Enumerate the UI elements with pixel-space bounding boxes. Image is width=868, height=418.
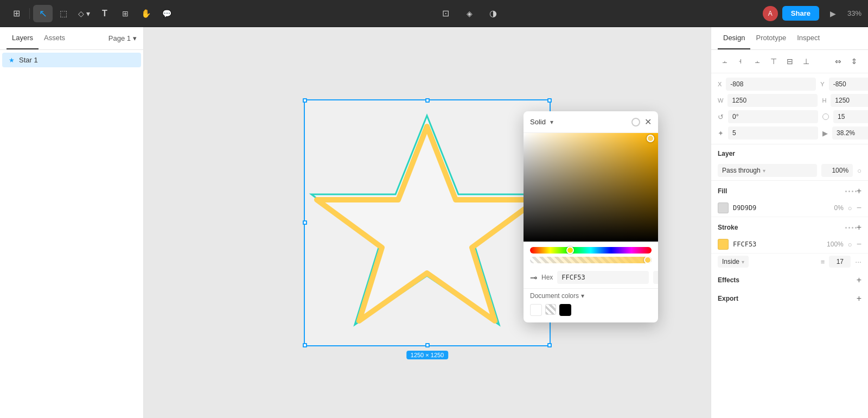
toolbar-separator [29,8,30,19]
stroke-visibility-button[interactable]: ○ [848,240,852,249]
fill-label: Fill [718,187,845,195]
export-label: Export [718,295,857,302]
hex-input[interactable] [557,271,649,284]
remove-stroke-button[interactable]: − [857,239,861,249]
left-tabs: Layers Assets Page 1 ▾ [0,27,143,50]
tab-prototype[interactable]: Prototype [750,27,792,49]
stroke-position-row: Inside ▾ ≡ ··· [711,254,868,270]
h-label: H [822,97,826,104]
align-top-button[interactable]: ⊤ [767,54,781,68]
page-selector[interactable]: Page 1 ▾ [108,27,137,49]
star-shape [304,99,551,346]
shape-tool-button[interactable]: ◇ ▾ [74,5,94,22]
gradient-canvas[interactable] [524,133,658,242]
move-tool-button[interactable]: ↖ [33,5,53,22]
points-input[interactable] [728,126,818,140]
x-label: X [718,81,722,87]
document-colors-header[interactable]: Document colors ▾ [524,288,658,304]
distribute-v-button[interactable]: ⇔ [847,54,861,68]
hue-thumb[interactable] [566,246,574,254]
remove-fill-button[interactable]: − [857,203,861,213]
corner-radius-icon [822,113,829,120]
y-input[interactable] [829,78,868,91]
color-picker-popup: Solid ▾ ✕ [524,111,658,322]
alignment-row: ⫠ ⫟ ⫠ ⊤ ⊟ ⊥ ⇔ ⇔ [711,50,868,73]
present-button[interactable]: ▶ [824,5,843,22]
stroke-grid-icon [845,227,857,229]
component-tool-button[interactable]: ⊞ [116,5,135,22]
toolbar: ⊞ ↖ ⬚ ◇ ▾ T ⊞ ✋ 💬 ⊡ ◈ ◑ A Share ▶ 33% [0,0,868,27]
tab-design[interactable]: Design [718,27,750,49]
rotation-input[interactable] [728,110,818,123]
layer-visibility-button[interactable]: ○ [857,167,861,175]
hue-slider[interactable] [530,247,652,254]
swatch-transparent[interactable] [545,304,556,315]
opacity-slider-bg [530,257,652,263]
add-effect-button[interactable]: + [857,275,861,285]
align-bottom-button[interactable]: ⊥ [799,54,813,68]
fill-row: D9D9D9 0% ○ − [711,199,868,217]
frame-tool-button[interactable]: ⬚ [54,5,73,22]
stroke-position-selector[interactable]: Inside ▾ [718,256,749,268]
opacity-input-field[interactable] [821,164,853,177]
swatch-white[interactable] [530,304,542,316]
layer-item-star1[interactable]: ★ Star 1 [2,53,141,67]
picker-type-selector[interactable]: Solid [530,118,546,126]
rotation-row: ↺ ··· [718,110,861,123]
hex-label[interactable]: Hex [541,274,553,281]
hue-slider-container [524,242,658,257]
fill-visibility-button[interactable]: ○ [848,204,852,212]
layer-controls: Pass through ▾ ○ [711,161,868,181]
rotation-icon: ↺ [718,113,724,121]
picker-close-button[interactable]: ✕ [644,117,652,127]
page-name: Page 1 [108,34,131,42]
add-fill-button[interactable]: + [857,186,861,196]
x-input[interactable] [726,78,816,91]
contrast-button[interactable]: ◑ [483,5,503,22]
width-input[interactable] [727,94,818,107]
hand-tool-button[interactable]: ✋ [136,5,156,22]
layer-label: Layer [718,150,861,157]
layer-list: ★ Star 1 [0,50,143,70]
ratio-input[interactable] [832,126,868,140]
corner-radius-input[interactable] [833,110,868,123]
align-v-center-button[interactable]: ⊟ [783,54,797,68]
distribute-h-button[interactable]: ⇔ [831,54,845,68]
share-button[interactable]: Share [782,6,819,21]
comment-tool-button[interactable]: 💬 [157,5,176,22]
align-left-button[interactable]: ⫠ [718,54,732,68]
left-panel: Layers Assets Page 1 ▾ ★ Star 1 [0,27,144,418]
stroke-width-input[interactable] [829,256,851,268]
canvas-area[interactable]: 1250 × 1250 Solid ▾ ✕ [144,27,711,418]
fill-section-header: Fill + [711,181,868,199]
layer-name: Star 1 [19,56,38,64]
height-input[interactable] [831,94,868,107]
stroke-more-button[interactable]: ··· [855,257,861,266]
align-right-button[interactable]: ⫠ [750,54,764,68]
stroke-color-preview[interactable] [718,239,729,250]
add-stroke-button[interactable]: + [857,223,861,232]
stroke-label: Stroke [718,224,845,231]
size-badge: 1250 × 1250 [406,351,448,359]
right-tabs: Design Prototype Inspect [711,27,868,50]
add-export-button[interactable]: + [857,294,861,303]
canvas-frame: 1250 × 1250 [304,99,551,346]
gradient-thumb[interactable] [647,135,654,142]
fill-color-preview[interactable] [718,202,729,213]
opacity-input[interactable] [653,271,658,284]
swatch-black[interactable] [559,304,571,316]
tab-inspect[interactable]: Inspect [792,27,825,49]
components-button[interactable]: ◈ [459,5,479,22]
align-h-center-button[interactable]: ⫟ [734,54,748,68]
star-props-row: ✦ ▶ [718,126,861,140]
tab-assets[interactable]: Assets [39,27,71,49]
menu-button[interactable]: ⊞ [7,5,26,22]
text-tool-button[interactable]: T [95,5,114,22]
center-tools: ⊡ ◈ ◑ [178,5,761,22]
eyedropper-icon[interactable]: ⊸ [530,273,537,283]
tab-layers[interactable]: Layers [7,27,39,49]
transform-button[interactable]: ⊡ [436,5,455,22]
opacity-thumb[interactable] [644,257,652,263]
blend-mode-selector[interactable]: Pass through ▾ [718,164,817,177]
right-panel: Design Prototype Inspect ⫠ ⫟ ⫠ ⊤ ⊟ ⊥ ⇔ ⇔… [711,27,868,418]
